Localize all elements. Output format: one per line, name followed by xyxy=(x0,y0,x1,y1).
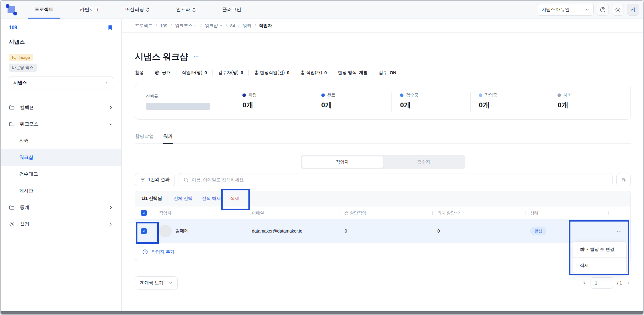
worker-reviewer-toggle: 작업자 검수자 xyxy=(301,155,465,169)
main-panel: 프로젝트 / 109 / 워크포스 / 워크샵 / 84 / xyxy=(122,19,643,311)
breadcrumb-label: 프로젝트 xyxy=(135,23,153,29)
help-button[interactable] xyxy=(597,4,609,16)
dataset-select[interactable]: 시냅스 xyxy=(9,76,113,89)
chevron-down-icon xyxy=(585,8,590,12)
manual-select[interactable]: 시냅스 매뉴얼 xyxy=(538,4,594,16)
stat-value: 0개 xyxy=(558,100,620,110)
tab-label: 할당작업 xyxy=(135,133,154,139)
status-label: 총 할당작업(건) xyxy=(254,70,285,76)
row-context-menu: 최대 할당 수 변경 삭제 xyxy=(573,241,627,274)
row-checkbox[interactable] xyxy=(141,228,147,234)
tab-label: 워커 xyxy=(163,133,173,139)
user-avatar[interactable]: 시 xyxy=(627,4,639,16)
prev-page-button[interactable] xyxy=(582,280,587,285)
progress-bar xyxy=(146,103,210,110)
gear-icon xyxy=(615,7,621,13)
plus-circle-icon xyxy=(142,249,148,255)
navbar-right: 시냅스 매뉴얼 시 xyxy=(538,4,643,16)
folder-icon xyxy=(9,121,15,127)
bookmark-icon[interactable] xyxy=(107,25,113,31)
nav-tab-projects[interactable]: 프로젝트 xyxy=(28,1,60,19)
table-row[interactable]: 김데메 datamaker@datamaker.io 0 0 활성 ⋯ xyxy=(135,219,630,243)
breadcrumb-separator: / xyxy=(226,23,227,28)
sidebar-item-workshop[interactable]: 워크샵 xyxy=(1,149,121,166)
nav-tab-plugin[interactable]: 플러그인 xyxy=(215,1,248,19)
search-input[interactable] xyxy=(192,177,608,182)
row-more-button[interactable]: ⋯ xyxy=(608,228,630,234)
sort-button[interactable] xyxy=(616,173,631,186)
nav-tab-label: 프로젝트 xyxy=(35,7,53,13)
check-icon xyxy=(142,229,146,233)
sidebar-item-stats[interactable]: 통계 xyxy=(1,199,121,216)
status-label: 공개 xyxy=(162,70,171,76)
deselect-button[interactable]: 선택 해제 xyxy=(202,196,221,201)
window-bottom-bar xyxy=(1,311,643,314)
status-total-tasks: 총 작업(개)0 xyxy=(295,70,332,76)
breadcrumb-item[interactable]: 워크샵 xyxy=(205,23,223,29)
worker-max-assigned: 0 xyxy=(437,228,440,233)
breadcrumb-item[interactable]: 워커 xyxy=(242,23,251,29)
progress-card: 진행률 확정 0개 완료 0개 검수중 0개 xyxy=(135,84,631,120)
segment-reviewer[interactable]: 검수자 xyxy=(383,156,464,168)
breadcrumb-item[interactable]: 84 xyxy=(230,23,235,28)
tab-worker[interactable]: 워커 xyxy=(163,133,173,143)
nav-tab-label: 머신러닝 xyxy=(125,7,144,13)
nav-tab-catalog[interactable]: 카탈로그 xyxy=(73,1,106,19)
status-dot xyxy=(242,93,246,97)
breadcrumb-label: 작업자 xyxy=(259,23,272,29)
status-assign-method: 할당 방식개별 xyxy=(332,70,373,76)
status-label: 검수자(명) xyxy=(218,70,238,76)
selected-count: 1/1 선택됨 xyxy=(142,196,162,201)
stat-in-review: 검수중 0개 xyxy=(391,92,470,112)
caret-updown-icon xyxy=(146,7,150,12)
nav-tab-infra[interactable]: 인프라 xyxy=(169,1,203,19)
segment-worker[interactable]: 작업자 xyxy=(302,156,383,168)
sidebar-item-label: 컬렉션 xyxy=(20,104,108,110)
delete-button[interactable]: 삭제 xyxy=(230,196,239,201)
status-value: 0 xyxy=(287,70,289,75)
page-number-input[interactable] xyxy=(591,277,613,289)
sidebar-item-collection[interactable]: 컬렉션 xyxy=(1,99,121,116)
sidebar-item-board[interactable]: 게시판 xyxy=(1,183,121,199)
status-value: 개별 xyxy=(359,70,368,76)
title-more-button[interactable]: ⋯ xyxy=(193,53,200,60)
stat-label: 완료 xyxy=(327,92,336,98)
page-size-select[interactable]: 20개씩 보기 xyxy=(135,276,178,290)
next-page-button[interactable] xyxy=(626,280,631,285)
status-review: 검수ON xyxy=(373,70,402,76)
chevron-right-icon xyxy=(104,81,108,85)
settings-button[interactable] xyxy=(612,4,624,16)
app-logo-icon[interactable] xyxy=(6,4,16,15)
search-box xyxy=(179,173,613,186)
sidebar-item-worker[interactable]: 워커 xyxy=(1,132,121,149)
filter-results-button[interactable]: 1건의 결과 xyxy=(135,173,175,186)
menu-item-delete[interactable]: 삭제 xyxy=(573,257,626,273)
nav-tab-ml[interactable]: 머신러닝 xyxy=(118,1,157,19)
sidebar-item-review-tag[interactable]: 검수태그 xyxy=(1,166,121,183)
manual-select-value: 시냅스 매뉴얼 xyxy=(542,7,569,13)
menu-item-change-max-assign[interactable]: 최대 할당 수 변경 xyxy=(573,242,626,257)
breadcrumb-separator: / xyxy=(200,23,202,28)
sidebar-item-settings[interactable]: 설정 xyxy=(1,216,121,233)
folder-icon xyxy=(9,104,15,110)
filter-icon xyxy=(140,177,145,182)
status-value: ON xyxy=(390,70,396,75)
tab-assignments[interactable]: 할당작업 xyxy=(135,133,154,143)
select-all-button[interactable]: 전체 선택 xyxy=(174,196,192,201)
breadcrumb-item[interactable]: 109 xyxy=(160,23,167,28)
status-total-assignments: 총 할당작업(건)0 xyxy=(248,70,295,76)
breadcrumb-item[interactable]: 프로젝트 xyxy=(135,23,153,29)
sidebar-item-workforce[interactable]: 워크포스 xyxy=(1,116,121,132)
table-header: 작업자 이메일 총 할당작업 최대 할당 수 상태 xyxy=(135,206,630,219)
project-id[interactable]: 109 xyxy=(9,25,17,31)
check-icon xyxy=(142,211,146,215)
content-tabs: 할당작업 워커 xyxy=(135,133,631,144)
stat-completed: 완료 0개 xyxy=(313,92,392,112)
chevron-right-icon xyxy=(108,222,113,227)
select-all-checkbox[interactable] xyxy=(141,210,147,216)
segment-label: 작업자 xyxy=(336,159,349,165)
selection-bar: 1/1 선택됨 전체 선택 선택 해제 삭제 xyxy=(135,191,630,206)
add-worker-button[interactable]: 작업자 추가 xyxy=(135,243,630,261)
breadcrumb-item[interactable]: 워크포스 xyxy=(175,23,197,29)
status-value: 0 xyxy=(324,70,327,75)
